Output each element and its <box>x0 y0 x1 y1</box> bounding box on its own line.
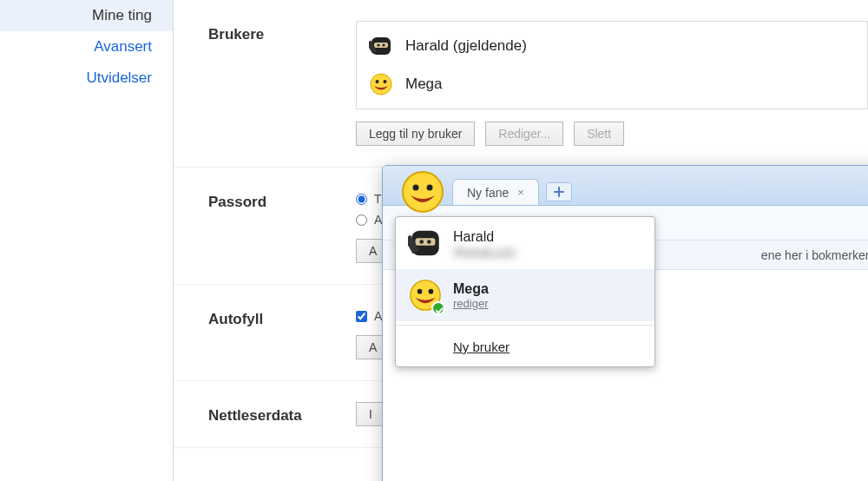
tab-close-icon[interactable]: × <box>517 186 524 199</box>
popup-user-name: Harald <box>453 229 516 245</box>
svg-point-17 <box>418 289 423 294</box>
svg-point-14 <box>427 240 431 244</box>
section-autofill-title: Autofyll <box>208 306 356 328</box>
settings-sidebar: Mine ting Avansert Utvidelser <box>0 0 174 481</box>
checkbox-input[interactable] <box>356 311 367 322</box>
svg-point-18 <box>429 289 434 294</box>
user-name: Mega <box>405 76 443 93</box>
checkmark-icon <box>431 301 445 315</box>
svg-point-2 <box>377 43 379 46</box>
tab-title: Ny fane <box>467 186 509 200</box>
svg-point-6 <box>376 80 379 83</box>
user-row[interactable]: Mega <box>357 65 867 103</box>
svg-point-9 <box>413 185 419 191</box>
svg-point-8 <box>403 172 443 212</box>
tab-new[interactable]: Ny fane × <box>452 179 539 205</box>
svg-point-7 <box>384 80 387 83</box>
smiley-avatar-icon <box>369 72 393 96</box>
popup-new-user[interactable]: Ny bruker <box>396 329 654 366</box>
sidebar-item-mine-ting[interactable]: Mine ting <box>0 0 173 31</box>
users-list: Harald (gjeldende) Mega <box>356 21 868 109</box>
radio-input[interactable] <box>356 194 367 205</box>
ninja-avatar-icon <box>408 226 443 260</box>
section-browserdata-title: Nettleserdata <box>208 402 356 425</box>
smiley-avatar-icon <box>408 278 443 313</box>
svg-point-5 <box>371 74 391 95</box>
svg-point-3 <box>382 43 385 46</box>
chrome-titlebar[interactable]: Ny fane × <box>383 166 868 206</box>
section-users-title: Brukere <box>208 21 356 43</box>
edit-user-button[interactable]: Rediger... <box>485 122 563 146</box>
popup-separator <box>396 325 654 326</box>
sidebar-item-avansert[interactable]: Avansert <box>0 31 173 63</box>
popup-user-name: Mega <box>453 281 489 297</box>
bookmark-hint-text: ene her i bokmerkeraden. <box>761 248 868 262</box>
new-tab-button[interactable] <box>546 182 572 201</box>
svg-rect-1 <box>374 43 388 48</box>
user-name: Harald (gjeldende) <box>405 37 527 55</box>
option-label-truncated: T <box>374 192 382 206</box>
sidebar-item-utvidelser[interactable]: Utvidelser <box>0 63 173 94</box>
popup-user-mega[interactable]: Mega rediger <box>396 269 654 321</box>
ninja-avatar-icon <box>369 34 393 58</box>
profile-switcher-popup: Harald @gmail.com Mega rediger Ny bruke <box>395 216 655 367</box>
svg-rect-12 <box>416 238 436 246</box>
radio-input[interactable] <box>356 214 367 226</box>
chrome-window: Ny fane × Harald @gmail.com <box>382 165 868 481</box>
svg-point-13 <box>419 240 424 244</box>
option-label-truncated: A <box>374 309 382 323</box>
section-users: Brukere Harald (gjeldende) <box>174 0 868 168</box>
svg-point-10 <box>427 185 433 191</box>
section-passwords-title: Passord <box>208 188 356 211</box>
delete-user-button[interactable]: Slett <box>574 122 624 146</box>
popup-user-email: @gmail.com <box>453 245 516 258</box>
popup-user-edit-link[interactable]: rediger <box>453 297 489 310</box>
popup-user-harald[interactable]: Harald @gmail.com <box>396 217 654 269</box>
user-row[interactable]: Harald (gjeldende) <box>357 27 867 65</box>
add-user-button[interactable]: Legg til ny bruker <box>356 122 475 146</box>
option-label-truncated: A <box>374 213 382 227</box>
popup-new-user-label: Ny bruker <box>453 339 510 354</box>
profile-badge[interactable] <box>400 169 445 214</box>
browserdata-action-button[interactable]: I <box>356 402 385 426</box>
tab-strip: Ny fane × <box>452 177 572 205</box>
